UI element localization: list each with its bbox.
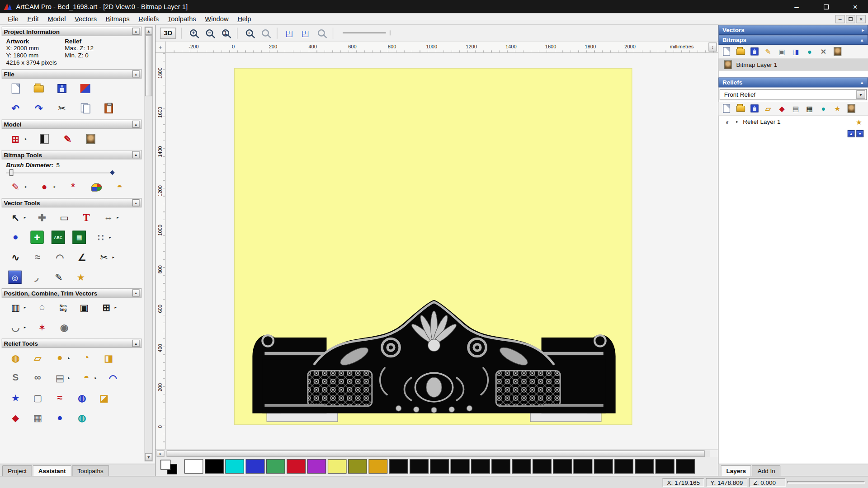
reliefs-section-header[interactable]: Reliefs ▲: [718, 77, 868, 87]
carve-layer-button[interactable]: ◆: [777, 103, 787, 113]
flood-fill-button[interactable]: ◓: [113, 180, 127, 194]
menu-reliefs[interactable]: Reliefs: [134, 14, 163, 24]
color-swatch[interactable]: [348, 459, 367, 474]
create-rectangle-button[interactable]: ▭: [57, 210, 71, 225]
collapse-section-icon[interactable]: ▲: [860, 38, 864, 42]
color-swatch[interactable]: [328, 459, 347, 474]
open-relief-layer-button[interactable]: [735, 103, 745, 113]
color-swatch[interactable]: [246, 459, 265, 474]
view-3d-button[interactable]: 3D: [160, 28, 176, 38]
new-bitmap-layer-button[interactable]: [722, 46, 732, 56]
color-swatch[interactable]: [676, 459, 695, 474]
bitmap-layer-name[interactable]: Bitmap Layer 1: [736, 61, 778, 68]
zoom-window-button[interactable]: [315, 26, 328, 40]
color-swatch[interactable]: [553, 459, 572, 474]
vector-doctor-button[interactable]: ◎: [8, 271, 21, 284]
scrollbar-thumb[interactable]: [167, 450, 705, 457]
join-vectors-button[interactable]: ◡: [8, 320, 23, 335]
zoom-out-button[interactable]: −: [203, 26, 216, 40]
menu-help[interactable]: Help: [233, 14, 255, 24]
color-swatch[interactable]: [491, 459, 510, 474]
mesh-relief-button[interactable]: ▦: [30, 411, 45, 425]
merge-layers-button[interactable]: ▣: [777, 46, 787, 56]
flyout-arrow-icon[interactable]: ▸: [25, 185, 28, 189]
color-swatch[interactable]: [266, 459, 285, 474]
create-polyline-button[interactable]: ∿: [8, 250, 23, 264]
set-model-size-button[interactable]: ⊞: [8, 131, 23, 146]
angled-plane-button[interactable]: ◪: [97, 390, 111, 405]
node-edit-button[interactable]: ✎: [52, 270, 66, 285]
blend-relief-button[interactable]: ●: [52, 411, 67, 425]
flyout-arrow-icon[interactable]: ▸: [24, 215, 27, 220]
zoom-fit-button[interactable]: ▫: [243, 26, 256, 40]
color-swatch[interactable]: [614, 459, 633, 474]
collapse-section-button[interactable]: ▲: [132, 28, 140, 35]
menu-model[interactable]: Model: [43, 14, 71, 24]
undo-button[interactable]: ↶: [8, 101, 23, 116]
layer-grid-button[interactable]: ▦: [804, 103, 815, 113]
slider-handle[interactable]: [9, 169, 14, 176]
previous-view-button[interactable]: ◰: [298, 26, 311, 40]
delete-layer-button[interactable]: ✕: [818, 46, 829, 56]
collapse-section-button[interactable]: ▲: [132, 199, 140, 206]
flyout-arrow-icon[interactable]: ▸: [54, 185, 57, 189]
adjust-model-button[interactable]: ✎: [60, 131, 75, 146]
flyout-arrow-icon[interactable]: ▸: [25, 136, 28, 141]
relief-layer-row[interactable]: ◐ ▸ Relief Layer 1 ★: [718, 116, 868, 128]
offset-relief-button[interactable]: ▤: [52, 371, 67, 385]
color-swatch[interactable]: [369, 459, 388, 474]
smooth-wave-button[interactable]: ≈: [52, 390, 67, 405]
color-swatch[interactable]: [287, 459, 306, 474]
group-merge-button[interactable]: ⊞: [99, 300, 113, 315]
move-layer-up-button[interactable]: ▲: [848, 130, 855, 137]
color-swatch[interactable]: [389, 459, 408, 474]
new-model-button[interactable]: [8, 81, 23, 96]
spin-relief-button[interactable]: ◔: [79, 351, 94, 365]
extrude-relief-button[interactable]: ◨: [101, 351, 116, 365]
align-vectors-button[interactable]: ▥: [8, 300, 23, 315]
line-width-selector[interactable]: [390, 30, 390, 35]
wrap-relief-button[interactable]: ◠: [106, 371, 120, 385]
create-ellipse-button[interactable]: ●: [8, 230, 23, 244]
color-swatch[interactable]: [574, 459, 593, 474]
collapse-section-button[interactable]: ▲: [132, 121, 140, 128]
greyscale-preview-button[interactable]: [84, 131, 98, 146]
combobox-dropdown-icon[interactable]: ▼: [856, 90, 865, 99]
snap-grid-button[interactable]: ▦: [72, 231, 85, 244]
scrollbar-thumb[interactable]: [145, 35, 152, 96]
copy-button[interactable]: [78, 101, 93, 116]
vector-text-abc-button[interactable]: ABC: [52, 231, 65, 244]
layer-preview-button[interactable]: [846, 103, 856, 113]
expand-layer-icon[interactable]: ▸: [736, 119, 740, 124]
color-swatch[interactable]: [512, 459, 531, 474]
create-star-button[interactable]: ★: [74, 270, 88, 285]
flyout-arrow-icon[interactable]: ▸: [113, 255, 116, 259]
zoom-selection-button[interactable]: [259, 26, 272, 40]
sharp-corner-button[interactable]: ∠: [75, 250, 89, 264]
layer-visibility-icon[interactable]: ◐: [722, 117, 733, 127]
canvas-area[interactable]: [165, 53, 718, 450]
color-swatch[interactable]: [205, 459, 224, 474]
relief-set-combobox[interactable]: Front Relief ▼: [720, 89, 867, 100]
circular-copy-button[interactable]: ◌: [35, 300, 49, 315]
color-swatch[interactable]: [471, 459, 490, 474]
paste-button[interactable]: [101, 101, 116, 116]
menu-window[interactable]: Window: [201, 14, 233, 24]
tab-assistant[interactable]: Assistant: [33, 465, 71, 476]
transform-vectors-button[interactable]: ✚: [35, 210, 49, 225]
layer-properties-button[interactable]: ▤: [791, 103, 801, 113]
bitmap-layer-row[interactable]: Bitmap Layer 1: [718, 59, 868, 71]
color-swatch[interactable]: [656, 459, 675, 474]
collapse-section-button[interactable]: ▲: [132, 289, 140, 296]
color-swatch[interactable]: [594, 459, 613, 474]
color-swatch[interactable]: [635, 459, 654, 474]
color-swatch[interactable]: [184, 459, 203, 474]
colour-palette-button[interactable]: [89, 180, 104, 194]
import-export-model-button[interactable]: [78, 81, 93, 96]
collapse-section-button[interactable]: ▲: [132, 340, 140, 347]
ruler-origin-button[interactable]: +: [156, 42, 165, 52]
primary-color-swatch[interactable]: [160, 460, 170, 470]
tab-project[interactable]: Project: [2, 465, 32, 476]
sculpt-button[interactable]: ●: [52, 351, 67, 365]
mdi-minimize-button[interactable]: –: [835, 14, 845, 23]
